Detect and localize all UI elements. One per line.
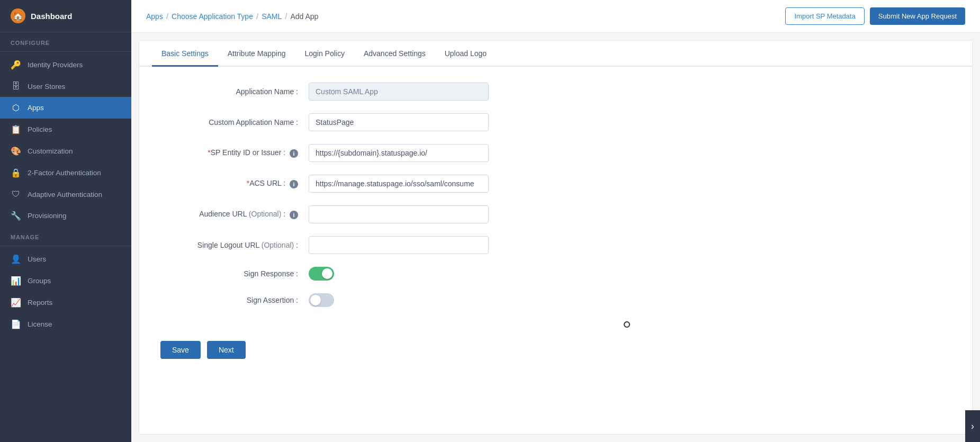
sidebar-logo-label: Dashboard [31, 12, 72, 21]
reports-icon: 📈 [11, 297, 21, 308]
custom-application-name-row: Custom Application Name : [160, 113, 951, 131]
customization-icon: 🎨 [11, 146, 21, 156]
topbar: Apps / Choose Application Type / SAML / … [131, 0, 980, 33]
shield-icon: 🛡 [11, 190, 21, 199]
sidebar-item-apps[interactable]: ⬡ Apps [0, 97, 131, 119]
sidebar-item-provisioning[interactable]: 🔧 Provisioning [0, 205, 131, 227]
acs-url-info-icon[interactable]: i [290, 180, 298, 188]
sidebar-item-policies[interactable]: 📋 Policies [0, 119, 131, 140]
sidebar-item-identity-providers[interactable]: 🔑 Identity Providers [0, 54, 131, 76]
sign-assertion-label: Sign Assertion : [160, 296, 309, 304]
acs-url-input[interactable] [309, 175, 489, 193]
sidebar-item-user-stores[interactable]: 🗄 User Stores [0, 76, 131, 97]
audience-url-optional: (Optional) [249, 210, 281, 218]
tab-advanced-settings[interactable]: Advanced Settings [354, 41, 435, 67]
sp-entity-id-input[interactable] [309, 144, 489, 162]
breadcrumb-choose-app-type[interactable]: Choose Application Type [172, 12, 253, 21]
sidebar-item-label: Policies [28, 125, 52, 133]
single-logout-optional: (Optional) [262, 241, 294, 249]
form-area: Application Name : Custom Application Na… [139, 67, 972, 336]
sidebar-item-label: Users [28, 255, 46, 263]
form-actions: Save Next [139, 336, 972, 375]
sign-response-row: Sign Response : [160, 267, 951, 281]
configure-divider [0, 51, 131, 52]
import-sp-metadata-button[interactable]: Import SP Metadata [785, 7, 864, 25]
sign-response-label: Sign Response : [160, 269, 309, 278]
sidebar-item-label: Provisioning [28, 212, 67, 220]
breadcrumb-saml[interactable]: SAML [262, 12, 282, 21]
sign-assertion-row: Sign Assertion : [160, 293, 951, 307]
sign-assertion-thumb [310, 295, 321, 305]
application-name-label: Application Name : [160, 87, 309, 96]
manage-section-label: Manage [0, 227, 131, 243]
sidebar-item-customization[interactable]: 🎨 Customization [0, 140, 131, 162]
provisioning-icon: 🔧 [11, 211, 21, 221]
sidebar: 🏠 Dashboard Configure 🔑 Identity Provide… [0, 0, 131, 442]
submit-new-app-request-button[interactable]: Submit New App Request [870, 7, 965, 25]
audience-url-row: Audience URL (Optional) : i [160, 205, 951, 223]
acs-url-row: *ACS URL : i [160, 175, 951, 193]
tab-login-policy[interactable]: Login Policy [295, 41, 354, 67]
sidebar-item-label: Customization [28, 147, 73, 155]
next-button[interactable]: Next [207, 341, 246, 359]
breadcrumb-sep-3: / [285, 12, 287, 21]
sidebar-item-2fa[interactable]: 🔒 2-Factor Authentication [0, 162, 131, 184]
sp-entity-id-row: *SP Entity ID or Issuer : i [160, 144, 951, 162]
topbar-actions: Import SP Metadata Submit New App Reques… [785, 7, 965, 25]
tab-basic-settings[interactable]: Basic Settings [152, 41, 218, 67]
single-logout-url-label: Single Logout URL (Optional) : [160, 241, 309, 249]
acs-url-label: *ACS URL : i [160, 179, 309, 188]
sidebar-item-users[interactable]: 👤 Users [0, 248, 131, 270]
tab-upload-logo[interactable]: Upload Logo [435, 41, 496, 67]
logo-icon: 🏠 [11, 8, 25, 23]
content-area: Basic Settings Attribute Mapping Login P… [139, 40, 973, 435]
sp-entity-id-label: *SP Entity ID or Issuer : i [160, 148, 309, 157]
sidebar-item-label: 2-Factor Authentication [28, 169, 101, 177]
breadcrumb-sep-2: / [256, 12, 258, 21]
sidebar-item-label: Adaptive Authentication [28, 191, 102, 199]
groups-icon: 📊 [11, 276, 21, 286]
manage-divider [0, 246, 131, 246]
database-icon: 🗄 [11, 82, 21, 91]
user-icon: 👤 [11, 254, 21, 264]
license-icon: 📄 [11, 319, 21, 329]
policy-icon: 📋 [11, 124, 21, 134]
sidebar-item-label: Identity Providers [28, 61, 83, 69]
sidebar-item-groups[interactable]: 📊 Groups [0, 270, 131, 292]
breadcrumb-apps[interactable]: Apps [146, 12, 163, 21]
acs-url-required: * [247, 179, 249, 187]
breadcrumb-sep-1: / [166, 12, 168, 21]
application-name-row: Application Name : [160, 83, 951, 101]
save-button[interactable]: Save [160, 341, 201, 359]
audience-url-label: Audience URL (Optional) : i [160, 210, 309, 219]
custom-application-name-label: Custom Application Name : [160, 118, 309, 127]
custom-application-name-input[interactable] [309, 113, 489, 131]
application-name-input[interactable] [309, 83, 489, 101]
breadcrumb: Apps / Choose Application Type / SAML / … [146, 12, 318, 21]
tabs-bar: Basic Settings Attribute Mapping Login P… [139, 41, 972, 67]
tab-attribute-mapping[interactable]: Attribute Mapping [218, 41, 295, 67]
sidebar-item-label: Groups [28, 277, 51, 285]
audience-url-input[interactable] [309, 205, 489, 223]
sidebar-item-license[interactable]: 📄 License [0, 313, 131, 335]
single-logout-url-input[interactable] [309, 236, 489, 254]
single-logout-url-row: Single Logout URL (Optional) : [160, 236, 951, 254]
sign-assertion-toggle[interactable] [309, 293, 334, 307]
key-icon: 🔑 [11, 60, 21, 70]
sidebar-item-label: License [28, 320, 52, 328]
sp-entity-required: * [208, 148, 210, 157]
breadcrumb-add-app: Add App [290, 12, 318, 21]
sidebar-item-adaptive-auth[interactable]: 🛡 Adaptive Authentication [0, 184, 131, 205]
apps-icon: ⬡ [11, 103, 21, 113]
configure-section-label: Configure [0, 32, 131, 49]
sp-entity-info-icon[interactable]: i [290, 149, 298, 158]
sidebar-item-label: Reports [28, 299, 52, 306]
sidebar-logo[interactable]: 🏠 Dashboard [0, 0, 131, 32]
sidebar-item-label: Apps [28, 104, 44, 112]
sign-response-thumb [322, 268, 332, 279]
sidebar-item-reports[interactable]: 📈 Reports [0, 292, 131, 313]
sign-response-toggle[interactable] [309, 267, 334, 281]
scroll-indicator[interactable]: › [965, 410, 980, 442]
lock-icon: 🔒 [11, 168, 21, 178]
audience-url-info-icon[interactable]: i [290, 211, 298, 219]
